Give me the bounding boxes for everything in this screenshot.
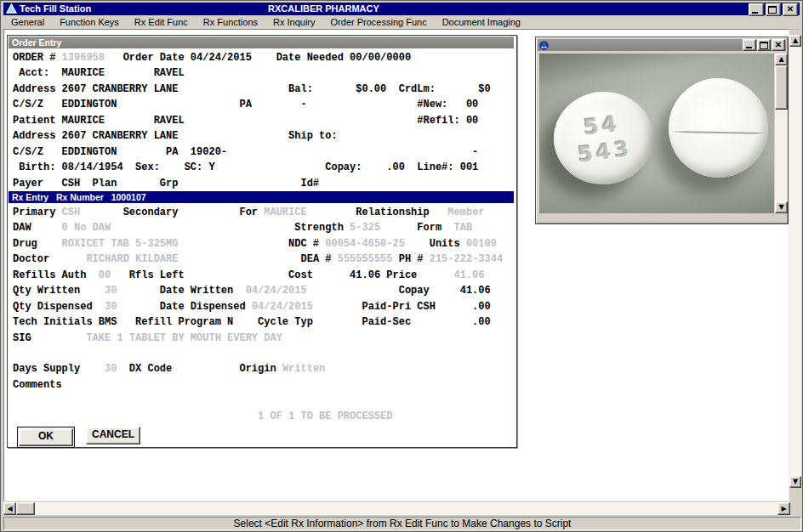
window-title: Tech Fill Station — [20, 3, 91, 14]
field-text: Qty Written — [13, 285, 105, 297]
menu-item-document-imaging[interactable]: Document Imaging — [435, 16, 528, 29]
scroll-right-button[interactable]: ▶ — [777, 502, 790, 515]
rx-section-rows: Primary CSH Secondary For MAURICE Relati… — [13, 205, 515, 424]
close-icon: ✕ — [783, 4, 797, 15]
field-value: 30 — [105, 285, 117, 297]
field-text: Qty Dispensed — [13, 301, 105, 313]
form-row — [13, 346, 515, 361]
field-text: Relationship — [307, 207, 448, 218]
field-value: 1396958 — [62, 52, 105, 64]
image-window-close-button[interactable]: ✕ — [772, 39, 785, 51]
field-text: Drug — [13, 238, 62, 250]
field-text: Birth: 08/14/1954 Sex: SC: Y Copay: .00 … — [13, 161, 478, 173]
field-value: 30 — [105, 301, 117, 313]
scroll-up-button[interactable]: ▲ — [775, 54, 788, 65]
field-text: Form — [380, 222, 453, 234]
status-text: Select <Edit Rx Information> from Rx Edi… — [234, 518, 572, 529]
scrollbar-thumb[interactable] — [775, 65, 788, 110]
field-text: ORDER # — [13, 52, 62, 64]
form-row: Primary CSH Secondary For MAURICE Relati… — [13, 205, 515, 220]
menu-item-function-keys[interactable]: Function Keys — [52, 16, 127, 29]
scroll-up-button[interactable]: ▲ — [789, 35, 801, 47]
menu-item-general[interactable]: General — [3, 16, 52, 29]
menu-item-rx-functions[interactable]: Rx Functions — [196, 16, 265, 29]
minimize-button[interactable] — [749, 3, 764, 16]
form-row: C/S/Z EDDINGTON PA - #New: 00 — [13, 97, 515, 112]
title-bar[interactable]: Tech Fill Station RXCALIBER PHARMACY ✕ — [3, 3, 800, 15]
field-value: Written — [282, 363, 325, 375]
field-text: Paid-Pri CSH .00 — [313, 301, 491, 313]
form-row: Doctor RICHARD KILDARE DEA # 555555555 P… — [13, 252, 515, 267]
field-text: Days Supply — [13, 363, 105, 375]
field-text: Tech Initials BMS Refill Program N Cycle… — [13, 316, 491, 328]
pill-photo: 54 543 — [539, 54, 774, 213]
rx-entry-header: Rx Entry Rx Number 1000107 — [9, 191, 514, 203]
scrollbar-thumb[interactable] — [16, 502, 35, 515]
minimize-icon — [746, 47, 752, 48]
scroll-down-button[interactable]: ▼ — [789, 476, 801, 488]
field-text: Date Dispensed — [117, 301, 251, 313]
form-row — [13, 393, 515, 408]
field-text: NDC # — [178, 238, 325, 250]
maximize-button[interactable] — [766, 3, 781, 16]
horizontal-scrollbar[interactable]: ◀ ▶ — [3, 502, 790, 515]
image-window-minimize-button[interactable] — [743, 39, 756, 51]
field-value: ROXICET TAB 5-325MG — [62, 238, 179, 250]
close-icon: ✕ — [772, 40, 784, 50]
form-row: Address 2607 CRANBERRY LANE Bal: $0.00 C… — [13, 82, 515, 97]
image-window-icon — [539, 41, 549, 50]
ok-button[interactable]: OK — [19, 428, 73, 446]
field-text: Address 2607 CRANBERRY LANE Ship to: — [13, 130, 338, 142]
image-window-scrollbar[interactable]: ▲ ▼ — [775, 54, 788, 213]
scroll-left-button[interactable]: ◀ — [3, 502, 16, 515]
field-value: 0 No DAW — [62, 222, 111, 234]
field-text: C/S/Z EDDINGTON PA 19020- - — [13, 146, 478, 158]
field-value: 00 — [99, 269, 111, 281]
field-text: Primary — [13, 207, 62, 218]
form-row: Patient MAURICE RAVEL #Refil: 00 — [13, 113, 515, 128]
field-text: Order Date 04/24/2015 Date Needed 00/00/… — [105, 52, 411, 64]
field-value: 215-222-3344 — [430, 253, 503, 265]
app-window: Tech Fill Station RXCALIBER PHARMACY ✕ G… — [0, 0, 803, 532]
window-center-title: RXCALIBER PHARMACY — [268, 3, 379, 14]
outer-vertical-scrollbar[interactable]: ▲ ▼ — [789, 35, 801, 488]
app-icon — [6, 3, 17, 14]
close-button[interactable]: ✕ — [783, 3, 798, 16]
form-row: Drug ROXICET TAB 5-325MG NDC # 00054-465… — [13, 236, 515, 252]
form-row: 1 OF 1 TO BE PROCESSED — [13, 409, 515, 424]
field-text: Doctor — [13, 253, 86, 265]
client-area: Order Entry ORDER # 1396958 Order Date 0… — [3, 29, 789, 501]
field-text: Refills Auth — [13, 269, 99, 281]
scroll-down-button[interactable]: ▼ — [775, 201, 788, 213]
field-text: Secondary For — [80, 207, 264, 218]
form-row: ORDER # 1396958 Order Date 04/24/2015 Da… — [13, 50, 515, 65]
form-row: DAW 0 No DAW Strength 5-325 Form TAB — [13, 220, 515, 235]
field-text: Date Written — [117, 285, 245, 297]
form-row: Acct: MAURICE RAVEL — [13, 65, 515, 81]
form-row: Address 2607 CRANBERRY LANE Ship to: — [13, 128, 515, 144]
field-text: Strength — [111, 222, 350, 234]
form-row: C/S/Z EDDINGTON PA 19020- - — [13, 144, 515, 160]
form-row: Qty Written 30 Date Written 04/24/2015 C… — [13, 283, 515, 298]
image-window: ✕ 54 543 ▲ — [535, 37, 789, 224]
field-text: SIG — [13, 332, 86, 344]
menu-item-rx-edit-func[interactable]: Rx Edit Func — [127, 16, 196, 29]
form-row: Birth: 08/14/1954 Sex: SC: Y Copay: .00 … — [13, 160, 515, 175]
field-value: 41.06 — [454, 269, 485, 281]
field-text: Payer CSH Plan Grp Id# — [13, 178, 319, 190]
field-text: Address 2607 CRANBERRY LANE Bal: $0.00 C… — [13, 83, 491, 95]
cancel-button[interactable]: CANCEL — [86, 427, 140, 444]
image-window-maximize-button[interactable] — [757, 39, 771, 51]
field-value: RICHARD KILDARE — [86, 253, 178, 265]
form-row: Qty Dispensed 30 Date Dispensed 04/24/20… — [13, 299, 515, 314]
field-text: C/S/Z EDDINGTON PA - #New: 00 — [13, 99, 478, 110]
field-text — [13, 410, 258, 422]
field-value: 04/24/2015 — [252, 301, 313, 313]
form-row: Comments — [13, 377, 515, 393]
menu-item-order-processing-func[interactable]: Order Processing Func — [323, 16, 435, 29]
image-window-title-bar[interactable]: ✕ — [538, 39, 786, 51]
field-value: 30 — [105, 363, 117, 375]
order-entry-header: Order Entry — [9, 37, 514, 48]
field-value: TAB — [454, 222, 473, 234]
menu-item-rx-inquiry[interactable]: Rx Inquiry — [265, 16, 323, 29]
